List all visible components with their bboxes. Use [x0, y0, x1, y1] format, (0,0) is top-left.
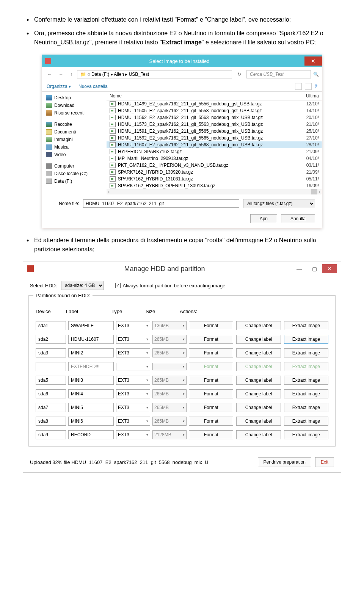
sidebar-collections[interactable]: Raccolte — [44, 121, 104, 128]
file-row[interactable]: HDMU_11562_E2_spark7162_211_git_5563_nod… — [107, 114, 322, 121]
select-hdd[interactable]: sda-size: 4 GB — [61, 281, 104, 290]
filter-select[interactable]: All tar.gz files (*.tar.gz) — [243, 199, 315, 208]
change-label-button[interactable]: Change label — [236, 417, 281, 426]
label-input[interactable] — [68, 403, 114, 412]
sidebar-video[interactable]: Video — [44, 151, 104, 158]
file-row[interactable]: SPARK7162_HYBRID_OPENPLI_130913.tar.gz16… — [107, 182, 322, 189]
type-select[interactable]: EXT3▾ — [116, 389, 150, 398]
sidebar-recent[interactable]: Risorse recenti — [44, 109, 104, 117]
device-input[interactable] — [36, 348, 66, 357]
type-select[interactable]: EXT3▾ — [116, 376, 150, 385]
change-label-button[interactable]: Change label — [236, 321, 281, 330]
scrollbar[interactable]: ‹› — [107, 189, 322, 194]
label-input[interactable] — [68, 362, 114, 371]
device-input[interactable] — [36, 362, 66, 371]
sidebar-download[interactable]: Download — [44, 102, 104, 109]
format-button[interactable]: Format — [189, 335, 233, 344]
path-input[interactable]: 📁« Data (F:) ▸ Alien ▸ USB_Test — [77, 70, 232, 78]
change-label-button[interactable]: Change label — [236, 389, 281, 398]
device-input[interactable] — [36, 321, 66, 330]
type-select[interactable]: ▾ — [116, 363, 150, 370]
up-button[interactable]: ↑ — [68, 71, 75, 78]
sidebar-localdisk[interactable]: Disco locale (C:) — [44, 170, 104, 177]
file-row[interactable]: SPARK7162_HYBRID_131031.tar.gz05/11/ — [107, 176, 322, 182]
format-button[interactable]: Format — [189, 417, 233, 426]
change-label-button[interactable]: Change label — [236, 376, 281, 385]
sidebar-dataf[interactable]: Data (F:) — [44, 177, 104, 185]
device-input[interactable] — [36, 335, 66, 344]
type-select[interactable]: EXT3▾ — [116, 430, 150, 439]
sidebar-documents[interactable]: Documenti — [44, 128, 104, 136]
label-input[interactable] — [68, 376, 114, 385]
exit-button[interactable]: Exit — [315, 457, 334, 467]
maximize-button[interactable]: ▢ — [307, 264, 322, 273]
view-icon[interactable] — [295, 83, 302, 90]
change-label-button[interactable]: Change label — [236, 335, 281, 344]
file-row[interactable]: PKT_GM7162_E2_HYPERION_v3_NAND_USB.tar.g… — [107, 162, 322, 169]
extract-image-button[interactable]: Extract image — [284, 321, 328, 330]
file-row[interactable]: MP_Martii_Neutrino_290913.tar.gz04/10/ — [107, 155, 322, 162]
change-label-button[interactable]: Change label — [236, 348, 281, 357]
sidebar-images[interactable]: Immagini — [44, 136, 104, 143]
label-input[interactable] — [68, 389, 114, 398]
type-select[interactable]: EXT3▾ — [116, 417, 150, 426]
extract-image-button[interactable]: Extract image — [284, 430, 328, 439]
change-label-button[interactable]: Change label — [236, 403, 281, 412]
pendrive-button[interactable]: Pendrive preparation — [258, 457, 311, 467]
view-icon[interactable] — [305, 83, 312, 90]
file-row[interactable]: HDMU_11592_E2_spark7162_211_git_5565_nod… — [107, 135, 322, 141]
label-input[interactable] — [68, 335, 114, 344]
close-button[interactable] — [304, 56, 322, 66]
file-row[interactable]: HDMU_11607_E2_spark7162_211_git_5568_nod… — [107, 141, 322, 148]
file-row[interactable]: HDMU_11499_E2_spark7162_211_git_5556_nod… — [107, 100, 322, 107]
format-button[interactable]: Format — [189, 376, 233, 385]
filename-input[interactable] — [83, 199, 239, 208]
file-row[interactable]: SPARK7162_HYBRID_130920.tar.gz21/09/ — [107, 169, 322, 176]
sidebar-music[interactable]: Musica — [44, 143, 104, 151]
format-button[interactable]: Format — [189, 321, 233, 330]
format-button[interactable]: Format — [189, 348, 233, 357]
cancel-button[interactable]: Annulla — [281, 214, 315, 223]
extract-image-button[interactable]: Extract image — [284, 389, 328, 398]
change-label-button[interactable]: Change label — [236, 362, 281, 371]
device-input[interactable] — [36, 417, 66, 426]
device-input[interactable] — [36, 389, 66, 398]
always-format-checkbox[interactable]: ✓ Always format partition before extract… — [115, 283, 226, 288]
close-button[interactable]: ✕ — [322, 264, 337, 273]
search-icon[interactable]: 🔍 — [313, 72, 319, 77]
sidebar-computer[interactable]: Computer — [44, 162, 104, 170]
file-row[interactable]: HDMU_11505_E2_spark7162_211_git_5558_nod… — [107, 107, 322, 114]
open-button[interactable]: Apri — [250, 214, 277, 223]
minimize-button[interactable]: — — [292, 264, 307, 273]
type-select[interactable]: EXT3▾ — [116, 335, 150, 344]
type-select[interactable]: EXT3▾ — [116, 348, 150, 357]
label-input[interactable] — [68, 417, 114, 426]
type-select[interactable]: EXT3▾ — [116, 403, 150, 412]
change-label-button[interactable]: Change label — [236, 430, 281, 439]
view-buttons[interactable] — [295, 83, 312, 90]
device-input[interactable] — [36, 376, 66, 385]
refresh-button[interactable]: ↻ — [234, 71, 244, 78]
device-input[interactable] — [36, 403, 66, 412]
label-input[interactable] — [68, 321, 114, 330]
extract-image-button[interactable]: Extract image — [284, 376, 328, 385]
file-row[interactable]: HYPERION_SPARK7162.tar.gz21/09/ — [107, 148, 322, 155]
search-input[interactable]: Cerca USB_Test — [246, 70, 311, 78]
format-button[interactable]: Format — [189, 362, 233, 371]
type-select[interactable]: EXT3▾ — [116, 321, 150, 330]
format-button[interactable]: Format — [189, 430, 233, 439]
extract-image-button[interactable]: Extract image — [284, 348, 328, 357]
extract-image-button[interactable]: Extract image — [284, 403, 328, 412]
new-folder-button[interactable]: Nuova cartella — [78, 84, 108, 89]
device-input[interactable] — [36, 430, 66, 439]
extract-image-button[interactable]: Extract image — [284, 417, 328, 426]
label-input[interactable] — [68, 348, 114, 357]
label-input[interactable] — [68, 430, 114, 439]
extract-image-button[interactable]: Extract image — [284, 362, 328, 371]
format-button[interactable]: Format — [189, 403, 233, 412]
file-row[interactable]: HDMU_11591_E2_spark7162_211_git_5565_nod… — [107, 128, 322, 135]
back-button[interactable]: ← — [45, 71, 54, 78]
file-row[interactable]: HDMU_11573_E2_spark7162_211_git_5563_nod… — [107, 121, 322, 128]
extract-image-button[interactable]: Extract image — [284, 335, 328, 344]
help-icon[interactable]: ? — [315, 84, 317, 89]
